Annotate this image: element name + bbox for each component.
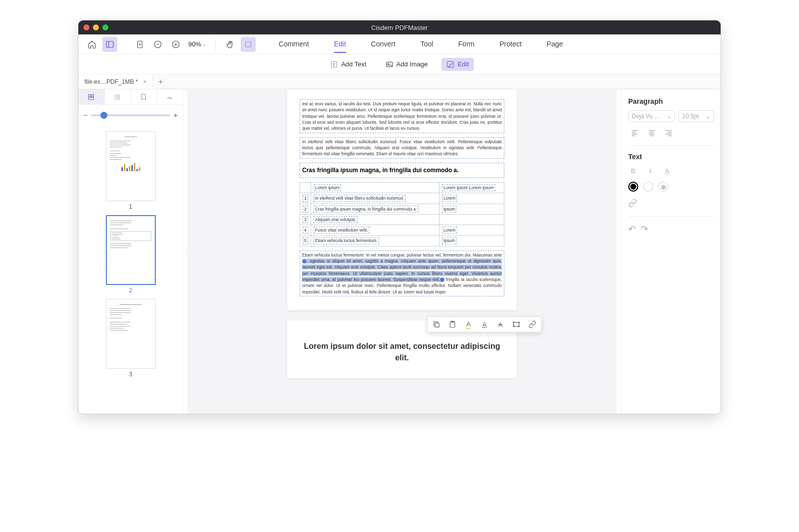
document-canvas[interactable]: est ac eros varius, id iaculis dui test.… [187,89,617,414]
bold-button[interactable]: B [628,166,638,176]
close-tab-button[interactable]: × [143,78,147,85]
thumbnails-sidebar: − + Lorem ipsum ▬▬▬▬▬▬▬▬▬▬▬▬▬▬▬▬▬▬▬▬▬▬▬▬… [78,89,183,414]
table-row[interactable]: 2Cras fringilla ipsum magna, in fringill… [300,204,504,214]
tab-edit[interactable]: Edit [334,36,346,53]
add-tab-button[interactable]: + [153,77,168,86]
align-left-button[interactable] [628,127,641,138]
thumb-larger-button[interactable]: + [173,111,178,119]
svg-rect-24 [435,323,439,327]
table-row[interactable]: 1In eleifend velit vitae libero sollicit… [300,193,504,204]
heading-block[interactable]: Cras fringilla ipsum magna, in fringilla… [300,163,504,178]
home-button[interactable] [84,37,99,52]
sidebar-resize-handle[interactable]: ⋮ [183,89,187,414]
tab-tool[interactable]: Tool [420,36,433,53]
table-row[interactable]: 5Etiam vehicula luctus fermentum.Ipsum [300,236,504,246]
divider [628,216,714,217]
font-color-button[interactable]: A [662,166,672,176]
svg-point-21 [115,95,115,95]
textbox-button[interactable] [511,319,521,329]
add-color-button[interactable]: ⊕ [658,182,668,192]
text-block-selection[interactable]: Etiam vehicula luctus fermentum. In vel … [300,251,504,296]
right-panel-resize-handle[interactable]: ⋮ [617,89,621,414]
maximize-window-button[interactable] [102,24,108,30]
tab-comment[interactable]: Comment [279,36,309,53]
table-header-cell[interactable]: Lorem ipsum [314,184,341,191]
add-image-button[interactable]: Add Image [381,58,433,71]
color-white-swatch[interactable] [643,182,653,192]
tab-page[interactable]: Page [547,36,563,53]
font-size-select[interactable]: 10.5pt⌄ [679,110,714,122]
thumb-smaller-button[interactable]: − [83,111,88,119]
align-center-button[interactable] [645,127,658,138]
paste-button[interactable] [447,319,457,329]
thumb-label-2: 2 [78,287,183,294]
bookmarks-tab[interactable] [131,89,157,104]
signature-tab[interactable] [157,89,183,104]
table-header-cell[interactable]: Lorem ipsum Lorem ipsum [442,184,495,191]
copy-button[interactable] [431,319,441,329]
document-table[interactable]: Lorem ipsum Lorem ipsum Lorem ipsum 1In … [300,182,504,247]
properties-panel: Paragraph Deja Vu …⌄ 10.5pt⌄ Text B I A [621,89,721,414]
thumb-size-slider[interactable] [91,114,170,116]
text-context-toolbar: A A A [427,316,542,332]
svg-point-23 [115,98,115,99]
page-thumbnail-2[interactable]: ▬▬▬▬▬▬▬▬▬▬▬▬▬▬▬▬▬▬▬▬▬▬▬▬▬▬▬▬▬▬▬▬▬▬▬▬▬ ▬▬… [106,215,156,285]
chevron-down-icon: ⌄ [202,41,206,47]
thumbnails-tab[interactable] [78,89,105,104]
minimize-window-button[interactable] [93,24,99,30]
text-block[interactable]: est ac eros varius, id iaculis dui test.… [300,99,504,133]
close-window-button[interactable] [83,24,89,30]
add-image-label: Add Image [397,60,428,68]
svg-rect-15 [89,94,91,96]
color-black-swatch[interactable] [628,182,638,192]
svg-rect-9 [246,41,251,47]
svg-point-3 [139,43,140,44]
text-section-title: Text [628,153,714,161]
highlight-button[interactable]: A [463,319,473,329]
add-text-button[interactable]: T Add Text [325,58,371,71]
tab-convert[interactable]: Convert [371,36,396,53]
alignment-buttons [628,127,714,138]
outline-tab[interactable] [105,89,131,104]
slider-knob[interactable] [100,112,107,119]
page-view-button[interactable] [132,37,147,52]
link-button[interactable] [527,319,537,329]
italic-button[interactable]: I [645,166,655,176]
window-controls [83,24,108,30]
selection-end-handle[interactable] [440,277,444,282]
page-thumbnail-3[interactable]: ▬▬▬▬▬▬▬▬▬▬▬ ▬▬▬▬▬▬▬▬▬▬▬▬▬▬▬▬▬▬▬▬▬▬▬▬▬▬▬▬… [106,299,156,369]
tab-protect[interactable]: Protect [499,36,521,53]
undo-button[interactable]: ↶ [628,224,636,235]
hand-tool-button[interactable] [223,37,238,52]
file-tab[interactable]: file-ex…PDF_1MB * × [78,74,153,89]
main-toolbar: 90% ⌄ Comment Edit Convert Tool Form Pro… [78,34,721,54]
select-tool-button[interactable] [241,37,256,52]
file-tab-strip: file-ex…PDF_1MB * × + [78,74,721,89]
redo-button[interactable]: ↷ [641,224,648,235]
zoom-in-button[interactable] [168,37,183,52]
underline-button[interactable]: A [479,319,489,329]
font-family-select[interactable]: Deja Vu …⌄ [628,110,675,122]
zoom-out-button[interactable] [150,37,165,52]
file-tab-label: file-ex…PDF_1MB * [84,78,138,85]
zoom-dropdown[interactable]: 90% ⌄ [186,40,208,48]
text-style-buttons: B I A [628,166,714,176]
edit-mode-button[interactable]: Edit [441,58,473,71]
table-row[interactable]: 3Aliquam erat volutpat. [300,214,504,225]
titlebar: Cisdem PDFMaster [78,20,721,34]
strikethrough-button[interactable]: A [495,319,505,329]
chevron-down-icon: ⌄ [667,114,671,119]
selection-start-handle[interactable] [302,259,307,264]
thumb-label-1: 1 [78,203,183,210]
tab-form[interactable]: Form [458,36,475,53]
sidebar-toggle-button[interactable] [102,37,117,52]
page-thumbnail-1[interactable]: Lorem ipsum ▬▬▬▬▬▬▬▬▬▬▬▬▬▬▬▬▬▬▬▬▬▬▬▬▬▬▬▬… [106,131,156,201]
pdf-page-2[interactable]: est ac eros varius, id iaculis dui test.… [287,89,517,310]
app-title: Cisdem PDFMaster [371,24,427,31]
text-block[interactable]: In eleifend velit vitae libero sollicitu… [300,137,504,159]
insert-link-button[interactable] [628,199,714,209]
separator [215,39,216,50]
edit-mode-label: Edit [457,60,468,68]
align-right-button[interactable] [662,127,675,138]
table-row[interactable]: 4Fusce vitae vestibulum velit.Lorem [300,225,504,236]
